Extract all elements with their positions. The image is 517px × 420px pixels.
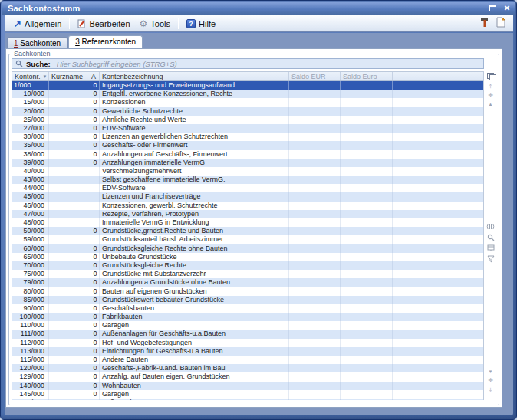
- cell-a[interactable]: [91, 210, 100, 218]
- cell-saldo-eur[interactable]: [289, 235, 341, 244]
- cell-empty[interactable]: [393, 235, 483, 244]
- cell-a[interactable]: 0: [91, 107, 100, 116]
- cell-saldo-euro[interactable]: [341, 261, 393, 270]
- cell-a[interactable]: 0: [91, 133, 100, 141]
- cell-a[interactable]: 0: [91, 150, 100, 159]
- cell-kontenbezeichnung[interactable]: Einrichtungen für Geschäfts-u.a.Bauten: [100, 347, 289, 356]
- scroll-plus-top-button[interactable]: ✛: [486, 91, 495, 100]
- table-row[interactable]: 65/0000Unbebaute Grundstücke: [12, 253, 483, 261]
- cell-saldo-euro[interactable]: [341, 339, 393, 347]
- cell-saldo-euro[interactable]: [341, 141, 393, 149]
- cell-saldo-euro[interactable]: [341, 90, 393, 98]
- cell-saldo-eur[interactable]: [289, 261, 341, 270]
- cell-kurzname[interactable]: [49, 253, 91, 261]
- table-row[interactable]: 80/0000Bauten auf eigenen Grundstücken: [12, 287, 483, 296]
- cell-a[interactable]: 0: [91, 356, 100, 364]
- cell-kurzname[interactable]: [49, 372, 91, 381]
- zoom-button[interactable]: [486, 233, 495, 241]
- cell-kurzname[interactable]: [49, 227, 91, 235]
- menu-bearbeiten[interactable]: Bearbeiten: [73, 18, 134, 30]
- cell-empty[interactable]: [393, 270, 483, 278]
- cell-kontenbezeichnung[interactable]: Grundstücksgleiche Rechte: [100, 261, 289, 270]
- cell-kontenbezeichnung[interactable]: Fabrikbauten: [100, 313, 289, 321]
- cell-saldo-euro[interactable]: [341, 296, 393, 304]
- cell-saldo-euro[interactable]: [341, 356, 393, 364]
- cell-kontenbezeichnung[interactable]: Geschäftsbauten: [100, 304, 289, 313]
- cell-kontonr[interactable]: 39/000: [12, 159, 49, 167]
- cell-kurzname[interactable]: [49, 339, 91, 347]
- cell-saldo-eur[interactable]: [289, 364, 341, 372]
- cell-a[interactable]: 0: [91, 141, 100, 149]
- cell-a[interactable]: 0: [91, 81, 100, 90]
- table-row[interactable]: 115/0000Andere Bauten: [12, 356, 483, 364]
- cell-a[interactable]: 0: [91, 390, 100, 399]
- cell-saldo-euro[interactable]: [341, 176, 393, 184]
- table-row[interactable]: 90/0000Geschäftsbauten: [12, 304, 483, 313]
- cell-kontenbezeichnung[interactable]: Außenanlagen: [100, 399, 289, 400]
- cell-saldo-eur[interactable]: [289, 304, 341, 313]
- cell-empty[interactable]: [393, 202, 483, 210]
- table-row[interactable]: 120/0000Geschäfts-,Fabrik-u.and. Bauten …: [12, 364, 483, 372]
- cell-a[interactable]: 0: [91, 227, 100, 235]
- cell-kontenbezeichnung[interactable]: Immaterielle VermG in Entwicklung: [100, 218, 289, 227]
- cell-saldo-euro[interactable]: [341, 253, 393, 261]
- cell-saldo-euro[interactable]: [341, 330, 393, 338]
- cell-saldo-eur[interactable]: [289, 270, 341, 278]
- cell-kontonr[interactable]: 80/000: [12, 287, 49, 296]
- cell-saldo-eur[interactable]: [289, 176, 341, 184]
- cell-kontenbezeichnung[interactable]: Lizenzen an gewerblichen Schutzrechten: [100, 133, 289, 141]
- cell-saldo-euro[interactable]: [341, 321, 393, 330]
- cell-saldo-euro[interactable]: [341, 192, 393, 201]
- cell-saldo-eur[interactable]: [289, 356, 341, 364]
- cell-a[interactable]: 0: [91, 339, 100, 347]
- cell-kurzname[interactable]: [49, 364, 91, 372]
- cell-empty[interactable]: [393, 296, 483, 304]
- cell-kontonr[interactable]: 85/000: [12, 296, 49, 304]
- cell-empty[interactable]: [393, 313, 483, 321]
- cell-saldo-euro[interactable]: [341, 81, 393, 90]
- cell-kontonr[interactable]: 45/000: [12, 192, 49, 201]
- cell-saldo-euro[interactable]: [341, 304, 393, 313]
- export-button[interactable]: [486, 244, 495, 252]
- cell-saldo-eur[interactable]: [289, 330, 341, 338]
- cell-kontenbezeichnung[interactable]: Garagen: [100, 321, 289, 330]
- cell-kontonr[interactable]: 113/000: [12, 347, 49, 356]
- cell-saldo-eur[interactable]: [289, 98, 341, 107]
- cell-kurzname[interactable]: [49, 287, 91, 296]
- table-row[interactable]: 48/000Immaterielle VermG in Entwicklung: [12, 218, 483, 227]
- cell-kontenbezeichnung[interactable]: Anzahlg. auf Bauten eigen. Grundstücken: [100, 372, 289, 381]
- cell-empty[interactable]: [393, 176, 483, 184]
- cell-kontenbezeichnung[interactable]: Grundstücksgleiche Rechte ohne Bauten: [100, 244, 289, 253]
- cell-kurzname[interactable]: [49, 150, 91, 159]
- cell-a[interactable]: 0: [91, 90, 100, 98]
- cell-kurzname[interactable]: [49, 330, 91, 338]
- cell-a[interactable]: 0: [91, 124, 100, 133]
- cell-kontenbezeichnung[interactable]: Grundstückswert bebauter Grundstücke: [100, 296, 289, 304]
- cell-saldo-euro[interactable]: [341, 244, 393, 253]
- menu-allgemein[interactable]: ↗ Allgemein: [9, 18, 66, 30]
- table-row[interactable]: 47/000Rezepte, Verfahren, Prototypen: [12, 210, 483, 218]
- search-input[interactable]: [57, 60, 480, 68]
- table-row[interactable]: 10/0000Entgeltl. erworbene Konzessionen,…: [12, 90, 483, 98]
- cell-empty[interactable]: [393, 321, 483, 330]
- cell-saldo-euro[interactable]: [341, 313, 393, 321]
- cell-a[interactable]: 0: [91, 287, 100, 296]
- scroll-up-button[interactable]: ▲: [486, 100, 495, 108]
- cell-a[interactable]: 0: [91, 399, 100, 400]
- close-button[interactable]: ✕: [502, 5, 512, 13]
- cell-saldo-euro[interactable]: [341, 210, 393, 218]
- cell-saldo-euro[interactable]: [341, 202, 393, 210]
- cell-kurzname[interactable]: [49, 382, 91, 390]
- cell-kontenbezeichnung[interactable]: Selbst geschaffene immaterielle VermG.: [100, 176, 289, 184]
- cell-saldo-eur[interactable]: [289, 244, 341, 253]
- table-row[interactable]: 43/000Selbst geschaffene immaterielle Ve…: [12, 176, 483, 184]
- cell-kontonr[interactable]: 146/000: [12, 399, 49, 400]
- cell-kontenbezeichnung[interactable]: Anzahlungen auf Geschäfts-, Firmenwert: [100, 150, 289, 159]
- cell-saldo-euro[interactable]: [341, 372, 393, 381]
- cell-a[interactable]: 0: [91, 244, 100, 253]
- cell-saldo-eur[interactable]: [289, 124, 341, 133]
- cell-kontonr[interactable]: 112/000: [12, 339, 49, 347]
- scroll-bottom-button[interactable]: ⤓: [486, 386, 495, 394]
- cell-kurzname[interactable]: [49, 261, 91, 270]
- cell-saldo-eur[interactable]: [289, 372, 341, 381]
